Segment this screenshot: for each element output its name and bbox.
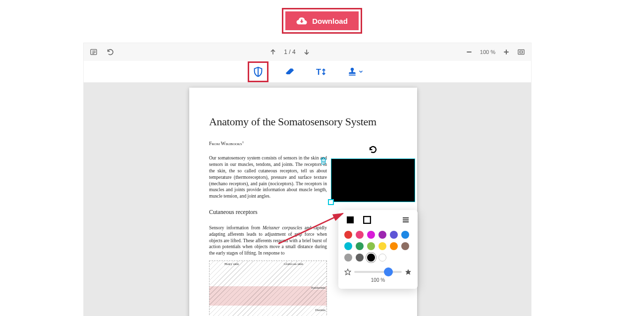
color-swatch[interactable] — [378, 242, 386, 250]
outline-mode-icon[interactable] — [363, 216, 371, 224]
fill-mode-icon[interactable] — [346, 216, 354, 224]
document-para1: Our somatosensory system consists of sen… — [209, 155, 327, 200]
stamp-tool[interactable] — [347, 66, 363, 78]
canvas[interactable]: Anatomy of the Somatosensory System From… — [84, 83, 531, 316]
toolbar-tools: T — [84, 61, 531, 83]
svg-text:T: T — [316, 67, 321, 76]
download-button[interactable]: Download — [285, 11, 359, 30]
page-indicator: 1 / 4 — [284, 49, 295, 55]
illus-label: Dermis — [315, 308, 325, 312]
document-title: Anatomy of the Somatosensory System — [209, 115, 397, 128]
illus-label: Epidermis — [311, 286, 325, 290]
color-swatch[interactable] — [401, 242, 409, 250]
more-options-icon[interactable] — [402, 216, 410, 224]
stamp-icon — [347, 67, 357, 77]
color-swatch[interactable] — [367, 242, 375, 250]
zoom-in-icon[interactable] — [502, 48, 510, 56]
trash-icon[interactable] — [320, 157, 327, 165]
text-size-icon: T — [316, 66, 327, 77]
color-swatch[interactable] — [390, 242, 398, 250]
star-outline-icon — [344, 268, 351, 275]
erase-tool-wrap — [279, 61, 300, 82]
color-swatch[interactable] — [378, 231, 386, 239]
opacity-slider[interactable] — [354, 271, 402, 273]
redact-tool-highlight — [248, 61, 268, 82]
illus-label: Glabrous skin — [284, 262, 303, 266]
erase-tool[interactable] — [284, 66, 296, 78]
color-swatch[interactable] — [344, 231, 352, 239]
download-bar: Download — [0, 8, 644, 34]
download-label: Download — [312, 17, 348, 25]
color-swatch[interactable] — [367, 254, 375, 262]
slider-thumb[interactable] — [384, 267, 393, 276]
download-highlight: Download — [282, 8, 362, 34]
star-fill-icon — [405, 268, 412, 275]
zoom-level: 100 % — [480, 49, 495, 55]
svg-rect-15 — [364, 216, 371, 223]
svg-rect-14 — [347, 216, 354, 223]
illus-label: Hairy skin — [224, 262, 239, 266]
document-para2: Sensory information from Meissner corpus… — [209, 225, 327, 257]
svg-rect-10 — [520, 51, 522, 53]
color-swatch[interactable] — [356, 242, 364, 250]
redact-tool[interactable] — [252, 66, 264, 78]
opacity-label: 100 % — [344, 277, 412, 283]
svg-marker-20 — [405, 269, 411, 275]
editor-frame: 1 / 4 100 % — [83, 43, 532, 316]
resize-handle[interactable] — [328, 199, 334, 205]
svg-marker-19 — [345, 269, 351, 275]
color-swatch[interactable] — [367, 231, 375, 239]
undo-icon[interactable] — [107, 48, 114, 56]
eraser-icon — [284, 66, 295, 77]
prev-page-icon[interactable] — [269, 48, 277, 56]
text-tool-wrap: T — [311, 61, 332, 82]
zoom-out-icon[interactable] — [465, 48, 473, 56]
toolbar-pagination: 1 / 4 100 % — [84, 43, 531, 61]
svg-rect-9 — [518, 50, 524, 54]
color-swatch[interactable] — [356, 231, 364, 239]
color-palette: 100 % — [338, 210, 418, 289]
color-swatch[interactable] — [390, 231, 398, 239]
cloud-download-icon — [296, 16, 307, 25]
document-illustration: Hairy skin Glabrous skin Epidermis Dermi… — [209, 261, 327, 316]
rotate-handle-icon[interactable] — [369, 145, 377, 154]
sidebar-toggle-icon[interactable] — [90, 48, 98, 56]
chevron-down-icon — [359, 69, 363, 74]
color-swatch[interactable] — [378, 254, 386, 262]
color-swatch[interactable] — [356, 254, 364, 262]
opacity-slider-row — [344, 268, 412, 275]
shield-icon — [253, 66, 264, 77]
redaction-box[interactable] — [331, 158, 415, 202]
text-tool[interactable]: T — [316, 66, 327, 78]
color-swatch[interactable] — [344, 254, 352, 262]
stamp-tool-wrap — [343, 61, 368, 82]
color-swatch[interactable] — [344, 242, 352, 250]
color-swatches — [344, 231, 412, 262]
color-swatch[interactable] — [401, 231, 409, 239]
fit-width-icon[interactable] — [517, 48, 525, 56]
next-page-icon[interactable] — [303, 48, 311, 56]
